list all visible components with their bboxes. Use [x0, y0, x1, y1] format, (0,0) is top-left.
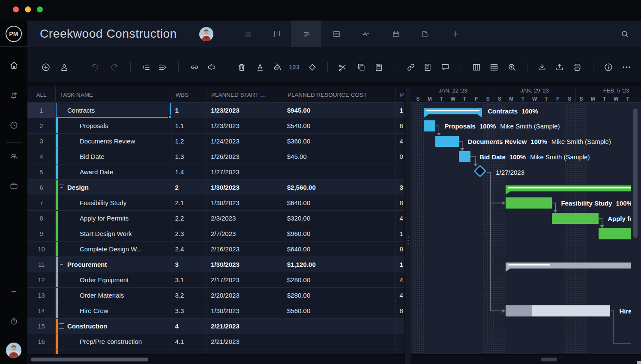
undo-button[interactable] — [90, 63, 100, 72]
attachments-button[interactable] — [406, 63, 416, 72]
start-cell[interactable]: 1/30/2023 — [207, 303, 283, 319]
panel-splitter[interactable] — [404, 87, 410, 364]
more-button[interactable] — [622, 63, 632, 72]
task-name-cell[interactable]: Procurement — [56, 257, 171, 272]
column-header-name[interactable]: TASK NAME — [56, 87, 171, 103]
column-header-wbs[interactable]: WBS — [171, 87, 207, 103]
column-header-cost[interactable]: PLANNED RESOURCE COST — [283, 87, 396, 103]
start-cell[interactable]: 1/30/2023 — [207, 257, 283, 272]
indent-button[interactable] — [158, 63, 168, 72]
gantt-hscrollbar-thumb[interactable] — [541, 358, 557, 361]
wbs-cell[interactable]: 2.1 — [171, 195, 207, 211]
task-name-cell[interactable]: Hire Crew — [56, 303, 171, 319]
p-cell[interactable]: 8 — [396, 303, 405, 319]
cost-cell[interactable]: $320.00 — [283, 211, 396, 226]
start-cell[interactable]: 2/17/2023 — [207, 272, 283, 288]
p-cell[interactable] — [396, 164, 405, 180]
sidebar-item-add[interactable] — [0, 282, 27, 301]
add-task-button[interactable] — [41, 63, 51, 72]
redo-button[interactable] — [110, 63, 120, 72]
cost-cell[interactable]: $280.00 — [283, 288, 396, 303]
p-cell[interactable]: 4 — [396, 211, 405, 226]
task-name-cell[interactable]: Construction — [56, 319, 171, 334]
text-format-button[interactable] — [255, 63, 265, 72]
wbs-cell[interactable] — [171, 349, 207, 354]
wbs-cell[interactable]: 2.3 — [171, 226, 207, 242]
cost-cell[interactable]: $640.00 — [283, 195, 396, 211]
sidebar-item-portfolio[interactable] — [0, 176, 27, 195]
p-cell[interactable]: 1 — [396, 103, 405, 118]
tab-files[interactable] — [410, 21, 440, 47]
tab-activity[interactable] — [350, 21, 380, 47]
wbs-cell[interactable]: 1.2 — [171, 134, 207, 149]
row-number[interactable]: 4 — [27, 149, 56, 164]
start-cell[interactable]: 2/7/2023 — [207, 226, 283, 242]
start-cell[interactable]: 1/27/2023 — [207, 164, 283, 180]
p-cell[interactable]: 8 — [396, 242, 405, 257]
assign-button[interactable] — [60, 63, 69, 72]
sidebar-item-notifications[interactable] — [0, 86, 27, 104]
cost-cell[interactable]: $1,120.00 — [283, 257, 396, 272]
p-cell[interactable]: 1 — [396, 257, 405, 272]
tab-calendar[interactable] — [381, 21, 411, 47]
cost-cell[interactable]: $560.00 — [283, 303, 396, 319]
tab-list[interactable] — [233, 21, 263, 47]
wbs-cell[interactable]: 1.3 — [171, 149, 207, 164]
task-name-cell[interactable]: Documents Review — [56, 134, 171, 149]
p-cell[interactable]: 4 — [396, 272, 405, 288]
sidebar-item-recent[interactable] — [0, 116, 27, 134]
p-cell[interactable] — [396, 334, 405, 349]
wbs-cell[interactable]: 4.1 — [171, 334, 207, 349]
row-number[interactable]: 1 — [27, 103, 56, 118]
task-name-cell[interactable]: Award Date — [56, 164, 171, 180]
gantt-vscrollbar-thumb[interactable] — [633, 108, 638, 238]
start-cell[interactable]: 2/3/2023 — [207, 211, 283, 226]
p-cell[interactable] — [396, 349, 405, 354]
wbs-cell[interactable]: 3.1 — [171, 272, 207, 288]
wbs-cell[interactable]: 1.4 — [171, 164, 207, 180]
row-number[interactable]: 17 — [27, 349, 56, 354]
column-header-start[interactable]: PLANNED START ... — [207, 87, 283, 103]
task-name-cell[interactable]: Bid Date — [56, 149, 171, 164]
wbs-cell[interactable]: 4 — [171, 319, 207, 334]
wbs-cell[interactable]: 2.4 — [171, 242, 207, 257]
task-name-cell[interactable] — [56, 349, 171, 354]
user-avatar[interactable] — [6, 343, 21, 358]
row-number[interactable]: 12 — [27, 272, 56, 288]
info-button[interactable] — [604, 63, 614, 72]
wbs-cell[interactable]: 3 — [171, 257, 207, 272]
cost-cell[interactable]: $45.00 — [283, 149, 396, 164]
start-cell[interactable]: 1/30/2023 — [207, 195, 283, 211]
start-cell[interactable]: 2/20/2023 — [207, 288, 283, 303]
row-number[interactable]: 10 — [27, 242, 56, 257]
collapse-toggle-icon[interactable] — [59, 262, 64, 267]
wbs-cell[interactable]: 1.1 — [171, 118, 207, 134]
row-number[interactable]: 8 — [27, 211, 56, 226]
p-cell[interactable]: 4 — [396, 134, 405, 149]
close-button[interactable] — [13, 6, 19, 12]
task-name-cell[interactable]: Proposals — [56, 118, 171, 134]
cost-cell[interactable]: $640.00 — [283, 242, 396, 257]
cost-cell[interactable] — [283, 164, 396, 180]
pm-logo[interactable]: PM — [6, 26, 22, 42]
zoom-button[interactable] — [507, 63, 517, 72]
cost-cell[interactable] — [283, 319, 396, 334]
p-cell[interactable] — [396, 319, 405, 334]
row-number[interactable]: 3 — [27, 134, 56, 149]
row-number[interactable]: 16 — [27, 334, 56, 349]
p-cell[interactable]: 6 — [396, 118, 405, 134]
cost-cell[interactable] — [283, 349, 396, 354]
row-number[interactable]: 13 — [27, 288, 56, 303]
cost-cell[interactable]: $2,560.00 — [283, 180, 396, 195]
copy-button[interactable] — [356, 63, 366, 72]
project-owner-avatar[interactable] — [199, 27, 213, 41]
task-name-cell[interactable]: Prep/Pre-construction — [56, 334, 171, 349]
sheet-view-button[interactable] — [489, 63, 499, 72]
task-name-cell[interactable]: Start Design Work — [56, 226, 171, 242]
p-cell[interactable]: 1 — [396, 226, 405, 242]
p-cell[interactable]: 3 — [396, 180, 405, 195]
row-number[interactable]: 2 — [27, 118, 56, 134]
tab-add-view[interactable] — [440, 21, 470, 47]
gantt-corner-control[interactable] — [637, 361, 641, 364]
delete-button[interactable] — [237, 63, 247, 72]
